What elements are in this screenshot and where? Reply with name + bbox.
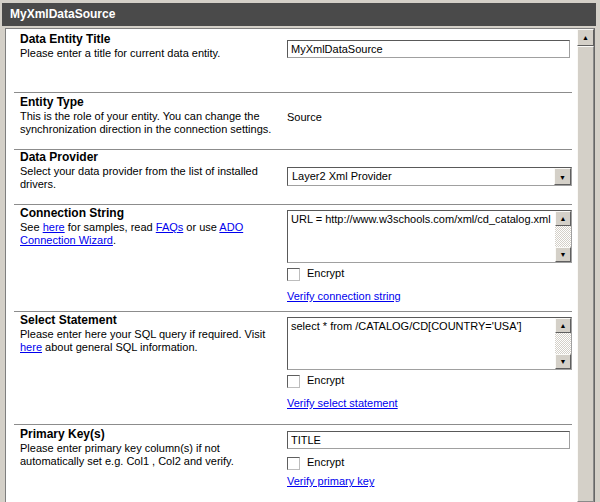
connection-encrypt-checkbox[interactable] bbox=[287, 268, 300, 281]
desc-text: about general SQL information. bbox=[42, 341, 198, 353]
scrollbar-track[interactable] bbox=[555, 226, 571, 247]
select-statement-heading: Select Statement bbox=[20, 314, 117, 327]
section-divider bbox=[14, 92, 572, 93]
connection-string-heading: Connection String bbox=[20, 207, 124, 220]
entity-type-description: This is the role of your entity. You can… bbox=[20, 110, 282, 136]
section-divider bbox=[14, 311, 572, 312]
scroll-up-icon: ▲ bbox=[556, 212, 570, 225]
scrollbar-thumb[interactable] bbox=[577, 46, 594, 502]
entity-type-value: Source bbox=[287, 111, 322, 124]
section-divider bbox=[14, 424, 572, 425]
data-provider-selected-value: Layer2 Xml Provider bbox=[292, 170, 392, 182]
data-entity-title-heading: Data Entity Title bbox=[20, 33, 110, 46]
scroll-up-button[interactable]: ▲ bbox=[577, 29, 594, 46]
primary-keys-encrypt-checkbox[interactable] bbox=[287, 457, 300, 470]
desc-text: See bbox=[20, 221, 43, 233]
data-provider-heading: Data Provider bbox=[20, 151, 98, 164]
scroll-up-button[interactable]: ▲ bbox=[555, 211, 571, 226]
select-statement-description: Please enter here your SQL query if requ… bbox=[20, 328, 278, 354]
data-provider-description: Select your data provider from the list … bbox=[20, 165, 282, 191]
data-provider-dropdown-button[interactable]: ▼ bbox=[554, 168, 571, 185]
verify-connection-string-link[interactable]: Verify connection string bbox=[287, 290, 401, 302]
scroll-down-button[interactable]: ▼ bbox=[555, 247, 571, 262]
data-provider-select[interactable]: Layer2 Xml Provider ▼ bbox=[287, 167, 572, 186]
scroll-down-button[interactable]: ▼ bbox=[555, 354, 571, 369]
sql-info-here-link[interactable]: here bbox=[20, 341, 42, 353]
scrollbar-track[interactable] bbox=[555, 333, 571, 354]
connection-string-scrollbar[interactable]: ▲ ▼ bbox=[555, 211, 571, 262]
scroll-up-icon: ▲ bbox=[556, 319, 570, 332]
desc-text: . bbox=[113, 234, 116, 246]
scroll-up-icon: ▲ bbox=[578, 30, 593, 45]
primary-keys-input[interactable] bbox=[287, 431, 570, 449]
dialog-window: MyXmlDataSource Data Entity Title Please… bbox=[0, 0, 600, 502]
select-statement-textarea[interactable]: select * from /CATALOG/CD[COUNTRY='USA'] bbox=[288, 318, 551, 369]
window-title: MyXmlDataSource bbox=[10, 7, 115, 21]
desc-text: or use bbox=[183, 221, 219, 233]
faqs-link[interactable]: FAQs bbox=[156, 221, 184, 233]
desc-text: Please enter here your SQL query if requ… bbox=[20, 328, 265, 340]
samples-here-link[interactable]: here bbox=[43, 221, 65, 233]
connection-encrypt-label: Encrypt bbox=[307, 267, 344, 280]
primary-keys-description: Please enter primary key column(s) if no… bbox=[20, 442, 282, 468]
vertical-scrollbar[interactable]: ▲ bbox=[577, 29, 594, 502]
data-entity-title-description: Please enter a title for current data en… bbox=[20, 47, 282, 60]
select-encrypt-checkbox[interactable] bbox=[287, 375, 300, 388]
select-statement-field: select * from /CATALOG/CD[COUNTRY='USA']… bbox=[287, 317, 572, 370]
connection-string-textarea[interactable]: URL = http://www.w3schools.com/xml/cd_ca… bbox=[288, 211, 551, 262]
scroll-up-button[interactable]: ▲ bbox=[555, 318, 571, 333]
connection-string-field: URL = http://www.w3schools.com/xml/cd_ca… bbox=[287, 210, 572, 263]
primary-keys-encrypt-label: Encrypt bbox=[307, 456, 344, 469]
select-statement-scrollbar[interactable]: ▲ ▼ bbox=[555, 318, 571, 369]
connection-string-description: See here for samples, read FAQs or use A… bbox=[20, 221, 268, 247]
select-encrypt-label: Encrypt bbox=[307, 374, 344, 387]
entity-type-heading: Entity Type bbox=[20, 96, 84, 109]
section-divider bbox=[14, 204, 572, 205]
desc-text: for samples, read bbox=[65, 221, 156, 233]
data-entity-title-input[interactable] bbox=[287, 40, 570, 58]
chevron-down-icon: ▼ bbox=[555, 169, 570, 186]
window-titlebar: MyXmlDataSource bbox=[2, 3, 596, 26]
verify-primary-key-link[interactable]: Verify primary key bbox=[287, 475, 374, 487]
verify-select-statement-link[interactable]: Verify select statement bbox=[287, 397, 398, 409]
primary-keys-heading: Primary Key(s) bbox=[20, 428, 105, 441]
scroll-down-icon: ▼ bbox=[556, 248, 570, 261]
scroll-down-icon: ▼ bbox=[556, 355, 570, 368]
